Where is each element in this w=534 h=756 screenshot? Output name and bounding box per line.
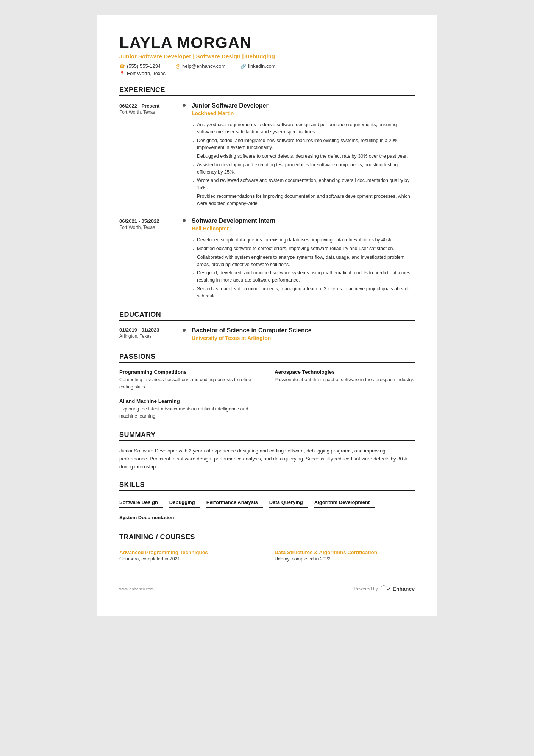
summary-text: Junior Software Developer with 2 years o… bbox=[119, 447, 415, 471]
skill-tag-4: Data Querying bbox=[269, 497, 308, 508]
passions-title: PASSIONS bbox=[119, 353, 415, 363]
enhancv-logo: ⌒✓ Enhancv bbox=[380, 584, 415, 593]
experience-entry-2: 06/2021 - 05/2022 Fort Worth, Texas Soft… bbox=[119, 218, 415, 301]
passion-item-1: Programming Competitions Competing in va… bbox=[119, 369, 259, 391]
bullet-item: Debugged existing software to correct de… bbox=[192, 153, 415, 160]
skill-tag-1: Software Design bbox=[119, 497, 163, 508]
phone-contact: ☎ (555) 555-1234 bbox=[119, 63, 161, 69]
passion-item-3: AI and Machine Learning Exploring the la… bbox=[119, 398, 259, 420]
bullet-item: Designed, developed, and modified softwa… bbox=[192, 269, 415, 284]
email-address: help@enhancv.com bbox=[182, 63, 225, 69]
experience-section: EXPERIENCE 06/2022 - Present Fort Worth,… bbox=[119, 86, 415, 301]
email-icon: @ bbox=[176, 64, 180, 69]
summary-section: SUMMARY Junior Software Developer with 2… bbox=[119, 431, 415, 471]
training-item-2: Data Structures & Algorithms Certificati… bbox=[275, 549, 415, 562]
resume-page: LAYLA MORGAN Junior Software Developer |… bbox=[97, 15, 437, 616]
edu-degree-1: Bachelor of Science in Computer Science bbox=[192, 327, 415, 334]
header: LAYLA MORGAN Junior Software Developer |… bbox=[119, 34, 415, 76]
address-row: 📍 Fort Worth, Texas bbox=[119, 70, 415, 76]
exp-company-2: Bell Helicopter bbox=[192, 225, 229, 233]
exp-dates-2: 06/2021 - 05/2022 bbox=[119, 218, 184, 224]
bullet-item: Collaborated with system engineers to an… bbox=[192, 254, 415, 268]
exp-right-2: Software Development Intern Bell Helicop… bbox=[192, 218, 415, 301]
experience-title: EXPERIENCE bbox=[119, 86, 415, 96]
skill-tag-2: Debugging bbox=[169, 497, 200, 508]
bullet-item: Provided recommendations for improving d… bbox=[192, 193, 415, 207]
skill-tag-6: System Documentation bbox=[119, 512, 179, 523]
logo-text: Enhancv bbox=[393, 586, 415, 592]
bullet-item: Developed simple data queries for existi… bbox=[192, 236, 415, 244]
exp-dates-1: 06/2022 - Present bbox=[119, 103, 184, 109]
location-icon: 📍 bbox=[119, 71, 125, 76]
skills-tags-row1: Software Design Debugging Performance An… bbox=[119, 497, 415, 507]
passion-title-3: AI and Machine Learning bbox=[119, 398, 259, 404]
bullet-item: Analyzed user requirements to derive sof… bbox=[192, 121, 415, 136]
education-section: EDUCATION 01/2019 - 01/2023 Arlington, T… bbox=[119, 311, 415, 343]
candidate-tagline: Junior Software Developer | Software Des… bbox=[119, 53, 415, 59]
page-footer: www.enhancv.com Powered by ⌒✓ Enhancv bbox=[119, 581, 415, 593]
training-provider-2: Udemy, completed in 2022 bbox=[275, 556, 415, 562]
passion-title-1: Programming Competitions bbox=[119, 369, 259, 375]
training-name-1: Advanced Programming Techniques bbox=[119, 549, 259, 555]
training-title: TRAINING / COURSES bbox=[119, 533, 415, 543]
location-text: Fort Worth, Texas bbox=[127, 70, 166, 76]
edu-right-1: Bachelor of Science in Computer Science … bbox=[192, 327, 415, 343]
skill-tag-3: Performance Analysis bbox=[206, 497, 263, 508]
summary-title: SUMMARY bbox=[119, 431, 415, 441]
passion-desc-3: Exploring the latest advancements in art… bbox=[119, 405, 259, 420]
passion-item-2: Aerospace Technologies Passionate about … bbox=[275, 369, 415, 391]
exp-location-1: Fort Worth, Texas bbox=[119, 110, 184, 115]
phone-icon: ☎ bbox=[119, 64, 125, 69]
logo-icon: ⌒✓ bbox=[380, 584, 391, 593]
skills-section: SKILLS Software Design Debugging Perform… bbox=[119, 481, 415, 523]
exp-bullets-2: Developed simple data queries for existi… bbox=[192, 236, 415, 299]
footer-website: www.enhancv.com bbox=[119, 587, 154, 591]
link-icon: 🔗 bbox=[240, 64, 246, 69]
passion-title-2: Aerospace Technologies bbox=[275, 369, 415, 375]
email-contact: @ help@enhancv.com bbox=[176, 63, 225, 69]
exp-bullets-1: Analyzed user requirements to derive sof… bbox=[192, 121, 415, 207]
edu-school-1: University of Texas at Arlington bbox=[192, 335, 271, 343]
skill-tag-5: Algorithm Development bbox=[314, 497, 375, 508]
edu-dates-1: 01/2019 - 01/2023 bbox=[119, 327, 184, 333]
training-name-2: Data Structures & Algorithms Certificati… bbox=[275, 549, 415, 555]
exp-divider-1 bbox=[184, 102, 184, 208]
skills-row-1: Software Design Debugging Performance An… bbox=[119, 497, 415, 510]
exp-divider-2 bbox=[184, 218, 184, 301]
bullet-item: Assisted in developing and executing tes… bbox=[192, 161, 415, 176]
training-provider-1: Coursera, completed in 2021 bbox=[119, 556, 259, 562]
contact-row: ☎ (555) 555-1234 @ help@enhancv.com 🔗 li… bbox=[119, 63, 415, 69]
linkedin-url: linkedin.com bbox=[248, 63, 275, 69]
training-section: TRAINING / COURSES Advanced Programming … bbox=[119, 533, 415, 562]
training-grid: Advanced Programming Techniques Coursera… bbox=[119, 549, 415, 562]
exp-title-2: Software Development Intern bbox=[192, 218, 415, 224]
candidate-name: LAYLA MORGAN bbox=[119, 34, 415, 52]
linkedin-contact: 🔗 linkedin.com bbox=[240, 63, 275, 69]
passions-section: PASSIONS Programming Competitions Compet… bbox=[119, 353, 415, 421]
edu-location-1: Arlington, Texas bbox=[119, 333, 184, 339]
footer-brand: Powered by ⌒✓ Enhancv bbox=[354, 584, 415, 593]
edu-divider-1 bbox=[184, 327, 184, 343]
bullet-item: Designed, coded, and integrated new soft… bbox=[192, 137, 415, 152]
exp-left-2: 06/2021 - 05/2022 Fort Worth, Texas bbox=[119, 218, 184, 301]
exp-left-1: 06/2022 - Present Fort Worth, Texas bbox=[119, 102, 184, 208]
passion-desc-2: Passionate about the impact of software … bbox=[275, 376, 415, 383]
powered-by-text: Powered by bbox=[354, 586, 378, 592]
exp-company-1: Lockheed Martin bbox=[192, 110, 234, 118]
edu-left-1: 01/2019 - 01/2023 Arlington, Texas bbox=[119, 327, 184, 343]
education-title: EDUCATION bbox=[119, 311, 415, 321]
phone-number: (555) 555-1234 bbox=[127, 63, 161, 69]
exp-right-1: Junior Software Developer Lockheed Marti… bbox=[192, 102, 415, 208]
exp-location-2: Fort Worth, Texas bbox=[119, 225, 184, 230]
bullet-item: Wrote and reviewed software and system d… bbox=[192, 177, 415, 191]
passion-desc-1: Competing in various hackathons and codi… bbox=[119, 376, 259, 391]
experience-entry-1: 06/2022 - Present Fort Worth, Texas Juni… bbox=[119, 102, 415, 208]
skills-title: SKILLS bbox=[119, 481, 415, 491]
training-item-1: Advanced Programming Techniques Coursera… bbox=[119, 549, 259, 562]
bullet-item: Served as team lead on minor projects, m… bbox=[192, 285, 415, 300]
skills-tags-row2: System Documentation bbox=[119, 512, 415, 523]
bullet-item: Modified existing software to correct er… bbox=[192, 245, 415, 252]
passions-grid: Programming Competitions Competing in va… bbox=[119, 369, 415, 421]
education-entry-1: 01/2019 - 01/2023 Arlington, Texas Bache… bbox=[119, 327, 415, 343]
exp-title-1: Junior Software Developer bbox=[192, 102, 415, 109]
